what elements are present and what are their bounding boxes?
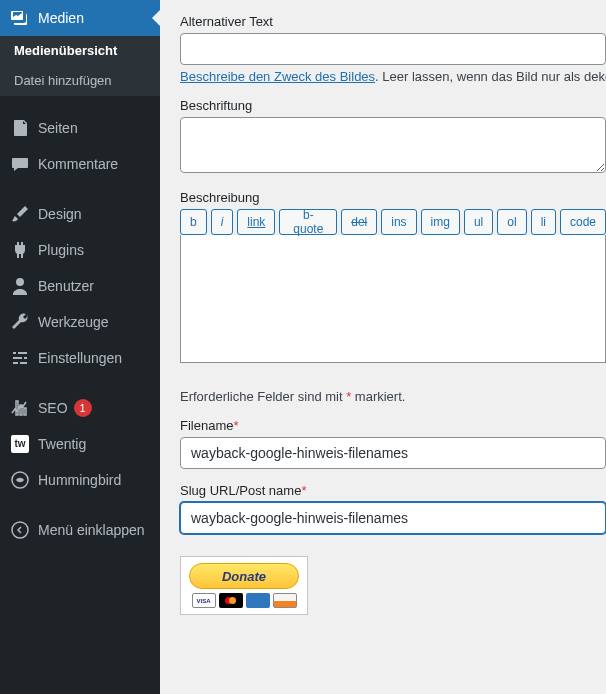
update-badge: 1 xyxy=(74,399,92,417)
sidebar-item-twentig[interactable]: tw Twentig xyxy=(0,426,160,462)
sidebar-item-label: Einstellungen xyxy=(38,349,122,367)
seo-icon xyxy=(10,398,30,418)
admin-sidebar: Medien Medienübersicht Datei hinzufügen … xyxy=(0,0,160,694)
sidebar-item-label: Kommentare xyxy=(38,155,118,173)
plug-icon xyxy=(10,240,30,260)
alt-text-help-link[interactable]: Beschreibe den Zweck des Bildes xyxy=(180,69,375,84)
caption-input[interactable] xyxy=(180,117,606,173)
slug-input[interactable] xyxy=(180,502,606,534)
sidebar-item-label: Plugins xyxy=(38,241,84,259)
sidebar-item-label: Seiten xyxy=(38,119,78,137)
qt-italic-button[interactable]: i xyxy=(211,209,234,235)
collapse-icon xyxy=(10,520,30,540)
alt-text-label: Alternativer Text xyxy=(180,14,606,29)
qt-blockquote-button[interactable]: b-quote xyxy=(279,209,337,235)
sidebar-item-users[interactable]: Benutzer xyxy=(0,268,160,304)
hummingbird-icon xyxy=(10,470,30,490)
mastercard-icon xyxy=(219,593,243,608)
payment-cards: VISA xyxy=(189,593,299,608)
qt-img-button[interactable]: img xyxy=(421,209,460,235)
wrench-icon xyxy=(10,312,30,332)
sidebar-item-pages[interactable]: Seiten xyxy=(0,110,160,146)
donate-button[interactable]: Donate xyxy=(189,563,299,589)
sidebar-item-label: SEO xyxy=(38,399,68,417)
sidebar-item-seo[interactable]: SEO 1 xyxy=(0,390,160,426)
sidebar-item-plugins[interactable]: Plugins xyxy=(0,232,160,268)
required-fields-note: Erforderliche Felder sind mit * markiert… xyxy=(180,389,606,404)
svg-point-1 xyxy=(12,522,28,538)
sidebar-subitem-addfile[interactable]: Datei hinzufügen xyxy=(0,66,160,96)
sidebar-subitem-medialibrary[interactable]: Medienübersicht xyxy=(0,36,160,66)
sidebar-item-media[interactable]: Medien xyxy=(0,0,160,36)
sidebar-item-label: Werkzeuge xyxy=(38,313,109,331)
sidebar-item-label: Menü einklappen xyxy=(38,521,145,539)
amex-card-icon xyxy=(246,593,270,608)
sidebar-item-label: Benutzer xyxy=(38,277,94,295)
qt-link-button[interactable]: link xyxy=(237,209,275,235)
discover-card-icon xyxy=(273,593,297,608)
filename-label: Filename* xyxy=(180,418,606,433)
sidebar-item-label: Hummingbird xyxy=(38,471,121,489)
user-icon xyxy=(10,276,30,296)
qt-bold-button[interactable]: b xyxy=(180,209,207,235)
sidebar-item-settings[interactable]: Einstellungen xyxy=(0,340,160,376)
brush-icon xyxy=(10,204,30,224)
sidebar-item-label: Medien xyxy=(38,9,84,27)
qt-li-button[interactable]: li xyxy=(531,209,556,235)
sidebar-item-label: Twentig xyxy=(38,435,86,453)
description-input[interactable] xyxy=(180,235,606,363)
edit-media-form: Alternativer Text Beschreibe den Zweck d… xyxy=(160,0,606,694)
caption-label: Beschriftung xyxy=(180,98,606,113)
media-icon xyxy=(10,8,30,28)
qt-ol-button[interactable]: ol xyxy=(497,209,526,235)
sidebar-collapse[interactable]: Menü einklappen xyxy=(0,512,160,548)
tw-icon: tw xyxy=(10,434,30,454)
alt-text-help: Beschreibe den Zweck des Bildes. Leer la… xyxy=(180,69,606,84)
sidebar-item-comments[interactable]: Kommentare xyxy=(0,146,160,182)
qt-ul-button[interactable]: ul xyxy=(464,209,493,235)
pages-icon xyxy=(10,118,30,138)
sidebar-item-design[interactable]: Design xyxy=(0,196,160,232)
sidebar-submenu-media: Medienübersicht Datei hinzufügen xyxy=(0,36,160,96)
comments-icon xyxy=(10,154,30,174)
sidebar-item-tools[interactable]: Werkzeuge xyxy=(0,304,160,340)
qt-ins-button[interactable]: ins xyxy=(381,209,416,235)
slug-label: Slug URL/Post name* xyxy=(180,483,606,498)
sidebar-item-label: Design xyxy=(38,205,82,223)
visa-card-icon: VISA xyxy=(192,593,216,608)
sidebar-item-hummingbird[interactable]: Hummingbird xyxy=(0,462,160,498)
quicktags-toolbar: b i link b-quote del ins img ul ol li co… xyxy=(180,209,606,235)
donate-box: Donate VISA xyxy=(180,556,308,615)
sliders-icon xyxy=(10,348,30,368)
description-label: Beschreibung xyxy=(180,190,606,205)
filename-input[interactable] xyxy=(180,437,606,469)
qt-code-button[interactable]: code xyxy=(560,209,606,235)
alt-text-input[interactable] xyxy=(180,33,606,65)
qt-del-button[interactable]: del xyxy=(341,209,377,235)
